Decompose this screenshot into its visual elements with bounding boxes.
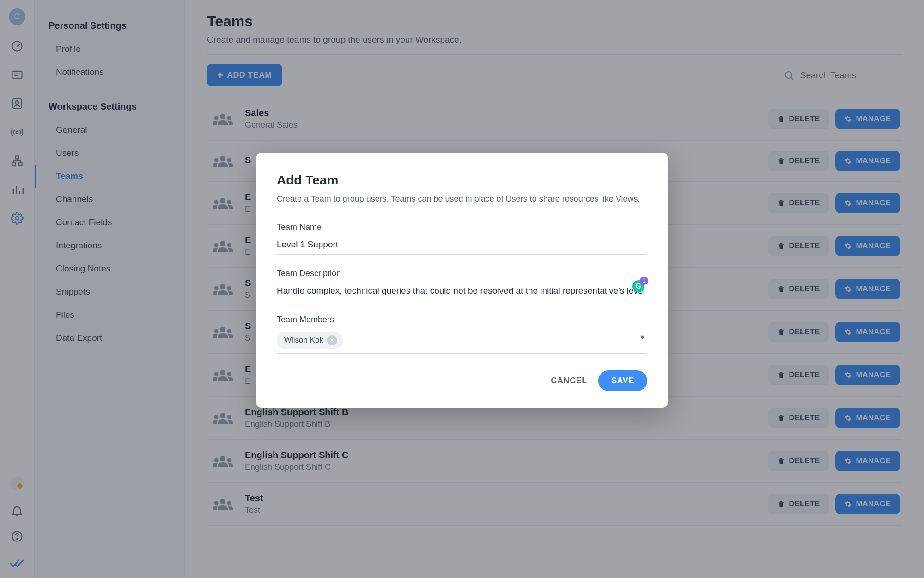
modal-subtitle: Create a Team to group users. Teams can … <box>277 194 647 204</box>
team-members-select[interactable]: Wilson Kok ✕ ▾ <box>277 329 647 354</box>
app-root: C <box>0 0 924 578</box>
cancel-button[interactable]: CANCEL <box>551 376 587 386</box>
save-button[interactable]: SAVE <box>598 370 647 391</box>
team-name-label: Team Name <box>277 222 647 232</box>
grammarly-icon[interactable]: G <box>632 280 644 292</box>
member-chip-label: Wilson Kok <box>284 336 323 345</box>
modal-title: Add Team <box>277 173 647 188</box>
modal-actions: CANCEL SAVE <box>277 370 647 391</box>
chevron-down-icon[interactable]: ▾ <box>640 332 644 342</box>
team-name-input[interactable] <box>277 237 647 255</box>
team-desc-label: Team Description <box>277 269 647 278</box>
member-chip: Wilson Kok ✕ <box>277 332 343 349</box>
modal-overlay[interactable]: Add Team Create a Team to group users. T… <box>0 0 924 578</box>
team-members-label: Team Members <box>277 315 647 325</box>
team-desc-input[interactable] <box>277 283 647 301</box>
remove-chip-icon[interactable]: ✕ <box>327 335 337 345</box>
add-team-modal: Add Team Create a Team to group users. T… <box>256 153 668 408</box>
